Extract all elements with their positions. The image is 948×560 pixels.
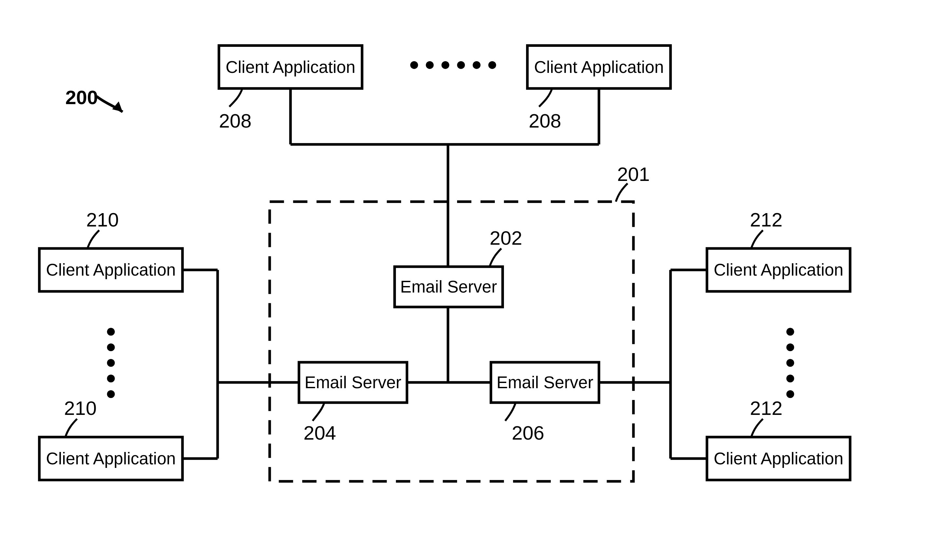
left-client-top-ref-tick — [88, 231, 99, 249]
svg-point-13 — [107, 343, 115, 351]
subsystem-ref-tick — [616, 183, 628, 202]
right-bus — [599, 270, 707, 459]
email-left-ref: 204 — [304, 422, 336, 444]
top-ellipsis — [410, 61, 496, 69]
right-client-top-ref-tick — [751, 231, 763, 249]
top-client-left-label: Client Application — [226, 58, 356, 77]
right-client-bot-ref: 212 — [750, 397, 783, 419]
svg-point-12 — [107, 328, 115, 335]
svg-point-14 — [107, 359, 115, 367]
svg-point-21 — [786, 328, 794, 335]
top-client-right-ref: 208 — [529, 110, 561, 132]
email-left-label: Email Server — [305, 373, 401, 392]
figure-ref-label: 200 — [65, 86, 98, 108]
left-ellipsis — [107, 328, 115, 398]
top-client-left-ref-tick — [229, 89, 242, 107]
svg-point-0 — [410, 61, 418, 69]
email-right-label: Email Server — [496, 373, 593, 392]
email-left-ref-tick — [313, 403, 324, 421]
svg-point-22 — [786, 343, 794, 351]
right-client-bot-ref-tick — [751, 419, 763, 437]
email-top-ref-tick — [490, 249, 501, 267]
left-client-bot-ref: 210 — [64, 397, 97, 419]
left-bus — [183, 270, 299, 459]
left-client-top-label: Client Application — [46, 261, 176, 280]
svg-point-23 — [786, 359, 794, 367]
svg-point-3 — [457, 61, 465, 69]
svg-point-16 — [107, 390, 115, 398]
email-right-ref: 206 — [512, 422, 544, 444]
svg-point-24 — [786, 374, 794, 382]
top-client-right-ref-tick — [539, 89, 552, 107]
svg-point-15 — [107, 374, 115, 382]
subsystem-ref: 201 — [617, 163, 650, 185]
right-client-top-ref: 212 — [750, 209, 783, 231]
svg-point-2 — [441, 61, 449, 69]
svg-point-5 — [488, 61, 496, 69]
left-client-bot-ref-tick — [65, 419, 77, 437]
left-client-bot-label: Client Application — [46, 449, 176, 468]
right-ellipsis — [786, 328, 794, 398]
email-inner-bus — [407, 307, 491, 382]
email-top-label: Email Server — [400, 277, 497, 296]
right-client-bot-label: Client Application — [714, 449, 843, 468]
right-client-top-label: Client Application — [714, 261, 843, 280]
svg-point-1 — [426, 61, 434, 69]
left-client-top-ref: 210 — [86, 209, 119, 231]
email-right-ref-tick — [505, 403, 516, 421]
svg-point-4 — [473, 61, 481, 69]
email-top-ref: 202 — [490, 227, 522, 249]
diagram-canvas: 200 Client Application 208 Client Applic… — [0, 0, 948, 560]
top-client-left-ref: 208 — [219, 110, 251, 132]
top-client-right-label: Client Application — [534, 58, 664, 77]
svg-point-25 — [786, 390, 794, 398]
